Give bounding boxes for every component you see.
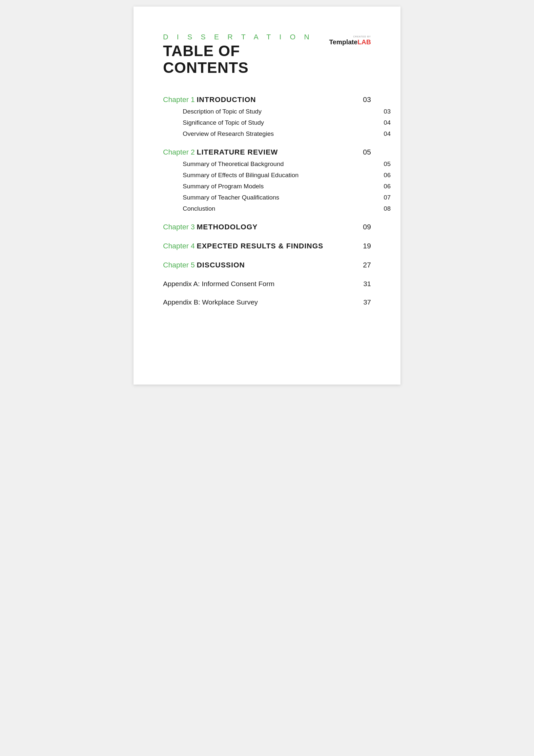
sub-entry-page: 08 — [381, 205, 391, 212]
chapter-entry-5: Chapter 5 DISCUSSION27 — [163, 261, 371, 269]
sub-entry-page: 04 — [381, 119, 391, 126]
chapter-page-4: 19 — [361, 242, 371, 250]
dissertation-label: D I S S E R T A T I O N — [163, 33, 329, 41]
sub-entry-2-1: Summary of Theoretical Background05 — [183, 160, 391, 168]
appendix-text-1: Appendix A: Informed Consent Form — [163, 280, 275, 287]
sub-entry-2-2: Summary of Effects of Bilingual Educatio… — [183, 172, 391, 179]
appendix-text-2: Appendix B: Workplace Survey — [163, 298, 258, 306]
appendix-entry-2: Appendix B: Workplace Survey37 — [163, 298, 371, 306]
sub-entry-text: Significance of Topic of Study — [183, 119, 264, 126]
appendix-page-2: 37 — [361, 298, 371, 306]
chapter-page-5: 27 — [361, 261, 371, 269]
page-title: TABLE OF CONTENTS — [163, 43, 329, 76]
sub-entry-text: Overview of Research Strategies — [183, 130, 274, 137]
sub-entry-page: 03 — [381, 108, 391, 115]
sub-entry-1-1: Description of Topic of Study03 — [183, 108, 391, 115]
sub-entry-2-3: Summary of Program Models06 — [183, 183, 391, 190]
sub-entry-text: Description of Topic of Study — [183, 108, 261, 115]
chapter-number-5: Chapter 5 — [163, 261, 197, 269]
sub-entry-text: Summary of Effects of Bilingual Educatio… — [183, 172, 299, 178]
sub-entry-page: 06 — [381, 183, 391, 190]
chapter-entry-1: Chapter 1 INTRODUCTION03 — [163, 95, 371, 104]
sub-entry-text: Conclustion — [183, 205, 215, 212]
sub-entry-text: Summary of Teacher Qualifications — [183, 194, 279, 201]
chapter-number-3: Chapter 3 — [163, 223, 197, 231]
title-block: D I S S E R T A T I O N TABLE OF CONTENT… — [163, 33, 329, 76]
chapter-title-4: EXPECTED RESULTS & FINDINGS — [197, 242, 323, 250]
appendix-page-1: 31 — [361, 280, 371, 288]
sub-entry-2-4: Summary of Teacher Qualifications07 — [183, 194, 391, 201]
logo-lab-text: LAB — [358, 39, 371, 46]
sub-entry-page: 05 — [381, 160, 391, 168]
templatelab-logo: TemplateLAB — [329, 39, 371, 46]
sub-entry-page: 07 — [381, 194, 391, 201]
logo-block: CREATED BY TemplateLAB — [329, 36, 371, 46]
page: D I S S E R T A T I O N TABLE OF CONTENT… — [134, 7, 400, 385]
chapter-page-3: 09 — [361, 223, 371, 231]
chapter-page-2: 05 — [361, 148, 371, 156]
chapter-page-1: 03 — [361, 95, 371, 104]
sub-entry-text: Summary of Program Models — [183, 183, 264, 190]
header: D I S S E R T A T I O N TABLE OF CONTENT… — [163, 33, 371, 76]
chapter-title-5: DISCUSSION — [197, 261, 245, 269]
chapter-title-1: INTRODUCTION — [197, 95, 256, 104]
sub-entry-1-2: Significance of Topic of Study04 — [183, 119, 391, 126]
sub-entry-page: 06 — [381, 172, 391, 179]
sub-entry-2-5: Conclustion08 — [183, 205, 391, 212]
toc-content: Chapter 1 INTRODUCTION03Description of T… — [163, 95, 371, 306]
chapter-number-1: Chapter 1 — [163, 95, 197, 104]
sub-entry-page: 04 — [381, 130, 391, 138]
created-by-label: CREATED BY — [353, 36, 371, 38]
chapter-number-4: Chapter 4 — [163, 242, 197, 250]
chapter-entry-3: Chapter 3 METHODOLOGY09 — [163, 223, 371, 231]
chapter-entry-2: Chapter 2 LITERATURE REVIEW05 — [163, 148, 371, 156]
chapter-title-2: LITERATURE REVIEW — [197, 148, 278, 156]
appendix-entry-1: Appendix A: Informed Consent Form31 — [163, 280, 371, 288]
chapter-title-3: METHODOLOGY — [197, 223, 258, 231]
sub-entry-text: Summary of Theoretical Background — [183, 160, 284, 167]
sub-entry-1-3: Overview of Research Strategies04 — [183, 130, 391, 138]
logo-template-text: Template — [329, 39, 358, 46]
chapter-number-2: Chapter 2 — [163, 148, 197, 156]
chapter-entry-4: Chapter 4 EXPECTED RESULTS & FINDINGS19 — [163, 242, 371, 250]
